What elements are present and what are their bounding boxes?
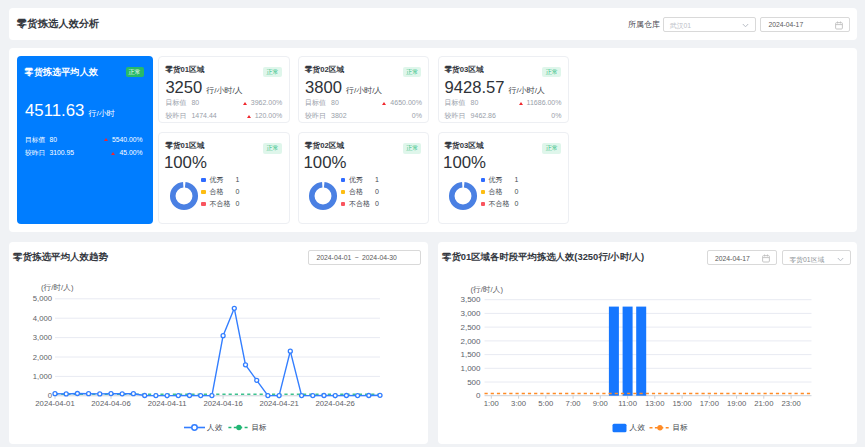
svg-text:3,500: 3,500: [460, 295, 481, 304]
svg-text:5,000: 5,000: [33, 294, 52, 303]
svg-text:3:00: 3:00: [511, 399, 526, 408]
svg-text:11:00: 11:00: [618, 399, 637, 408]
svg-text:13:00: 13:00: [645, 399, 664, 408]
svg-text:2,500: 2,500: [460, 323, 481, 332]
svg-text:2024-04-11: 2024-04-11: [148, 399, 187, 408]
svg-text:2024-04-21: 2024-04-21: [259, 399, 298, 408]
svg-text:9:00: 9:00: [593, 399, 608, 408]
svg-text:21:00: 21:00: [754, 399, 773, 408]
svg-text:2,000: 2,000: [33, 353, 52, 362]
svg-text:1,000: 1,000: [33, 372, 52, 381]
svg-text:3,000: 3,000: [33, 333, 52, 342]
svg-text:(行/时/人): (行/时/人): [41, 283, 74, 292]
svg-text:17:00: 17:00: [700, 399, 719, 408]
svg-text:23:00: 23:00: [781, 399, 800, 408]
svg-text:15:00: 15:00: [672, 399, 691, 408]
svg-text:7:00: 7:00: [566, 399, 581, 408]
svg-text:2024-04-06: 2024-04-06: [91, 399, 130, 408]
svg-text:19:00: 19:00: [727, 399, 746, 408]
svg-text:3,000: 3,000: [460, 309, 481, 318]
svg-text:目标: 目标: [251, 423, 267, 432]
svg-text:1,500: 1,500: [460, 350, 481, 359]
svg-text:4,000: 4,000: [33, 314, 52, 323]
svg-text:2024-04-16: 2024-04-16: [203, 399, 242, 408]
svg-text:5:00: 5:00: [538, 399, 553, 408]
svg-text:0: 0: [476, 391, 481, 400]
svg-text:2024-04-01: 2024-04-01: [35, 399, 74, 408]
svg-text:500: 500: [467, 378, 481, 387]
svg-text:2,000: 2,000: [460, 337, 481, 346]
svg-text:1:00: 1:00: [484, 399, 499, 408]
svg-text:(行/时/人): (行/时/人): [471, 285, 504, 294]
svg-text:人效: 人效: [206, 423, 223, 432]
svg-text:1,000: 1,000: [460, 364, 481, 373]
svg-text:目标: 目标: [673, 423, 689, 432]
svg-text:人效: 人效: [629, 423, 646, 432]
svg-text:2024-04-26: 2024-04-26: [316, 399, 355, 408]
